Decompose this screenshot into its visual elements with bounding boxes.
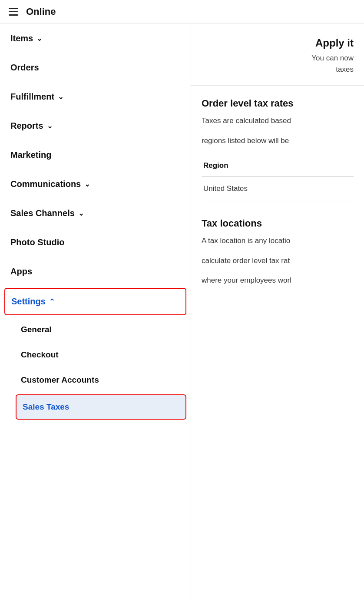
sidebar-sublabel-general: General — [21, 325, 52, 334]
sidebar-subitem-sales-taxes[interactable]: Sales Taxes — [16, 394, 186, 420]
sidebar-item-communications[interactable]: Communications ⌄ — [0, 170, 191, 199]
content-area: Apply it You can now taxes Order level t… — [191, 24, 364, 605]
sidebar-item-orders[interactable]: Orders — [0, 53, 191, 82]
order-tax-section: Order level tax rates Taxes are calculat… — [191, 86, 364, 201]
app-title: Online — [26, 6, 56, 17]
tax-locations-desc1: A tax location is any locatio — [202, 235, 354, 247]
sidebar-item-marketing[interactable]: Marketing — [0, 140, 191, 170]
sidebar-label-settings: Settings — [11, 297, 46, 307]
sidebar-item-apps[interactable]: Apps — [0, 257, 191, 286]
sidebar-item-photo-studio[interactable]: Photo Studio — [0, 228, 191, 257]
sidebar-label-marketing: Marketing — [10, 150, 51, 160]
chevron-down-icon: ⌄ — [78, 209, 84, 217]
tax-locations-desc2: calculate order level tax rat — [202, 255, 354, 267]
region-column-header: Region — [202, 155, 354, 177]
sidebar-item-sales-channels[interactable]: Sales Channels ⌄ — [0, 199, 191, 228]
sidebar-sublabel-customer-accounts: Customer Accounts — [21, 375, 99, 384]
promo-text-line1: You can now — [202, 53, 354, 64]
sidebar-label-fulfillment: Fulfillment — [10, 92, 54, 102]
sidebar-item-settings[interactable]: Settings ⌃ — [4, 288, 186, 315]
chevron-down-icon: ⌄ — [58, 93, 63, 101]
sidebar-label-items: Items — [10, 33, 33, 43]
sidebar-sublabel-sales-taxes: Sales Taxes — [23, 402, 69, 411]
sidebar-label-reports: Reports — [10, 121, 43, 131]
chevron-down-icon: ⌄ — [84, 180, 90, 188]
sidebar-label-orders: Orders — [10, 63, 39, 73]
sidebar-sublabel-checkout: Checkout — [21, 350, 59, 359]
sidebar-item-items[interactable]: Items ⌄ — [0, 24, 191, 53]
sidebar-item-fulfillment[interactable]: Fulfillment ⌄ — [0, 82, 191, 111]
promo-title: Apply it — [202, 37, 354, 49]
region-table: Region United States — [202, 155, 354, 201]
sidebar-label-communications: Communications — [10, 179, 81, 189]
sidebar-subitem-checkout[interactable]: Checkout — [0, 342, 191, 367]
sidebar: Items ⌄ Orders Fulfillment ⌄ Reports ⌄ M… — [0, 24, 191, 605]
main-layout: Items ⌄ Orders Fulfillment ⌄ Reports ⌄ M… — [0, 24, 364, 605]
sidebar-item-reports[interactable]: Reports ⌄ — [0, 111, 191, 140]
sidebar-label-apps: Apps — [10, 267, 32, 277]
chevron-up-icon: ⌃ — [49, 297, 55, 306]
order-tax-desc-end: regions listed below will be — [202, 135, 354, 147]
sidebar-subitem-general[interactable]: General — [0, 317, 191, 342]
order-tax-desc-start: Taxes are calculated based — [202, 115, 354, 127]
hamburger-menu-icon[interactable] — [9, 8, 18, 16]
chevron-down-icon: ⌄ — [36, 34, 42, 43]
region-row-us[interactable]: United States — [202, 177, 354, 201]
tax-locations-title: Tax locations — [202, 218, 354, 229]
promo-banner: Apply it You can now taxes — [191, 24, 364, 86]
sidebar-label-photo-studio: Photo Studio — [10, 237, 64, 247]
tax-locations-section: Tax locations A tax location is any loca… — [191, 206, 364, 286]
order-tax-title: Order level tax rates — [202, 98, 354, 109]
sidebar-subitem-customer-accounts[interactable]: Customer Accounts — [0, 367, 191, 393]
promo-text-line2: taxes — [202, 64, 354, 75]
header: Online — [0, 0, 364, 24]
chevron-down-icon: ⌄ — [47, 122, 53, 130]
sidebar-label-sales-channels: Sales Channels — [10, 208, 75, 218]
tax-locations-desc3: where your employees worl — [202, 275, 354, 286]
